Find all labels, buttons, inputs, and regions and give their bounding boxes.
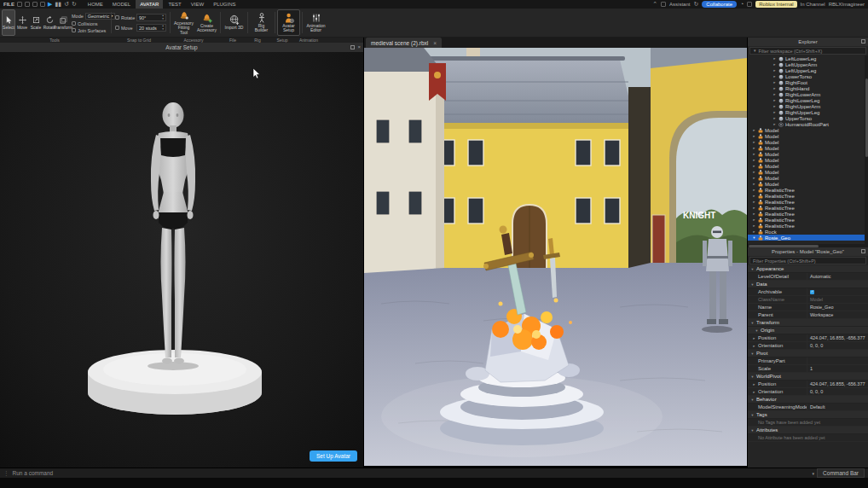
explorer-item-lowertorso[interactable]: ▸LowerTorso bbox=[748, 73, 868, 79]
checkbox-join-surfaces[interactable]: Join Surfaces bbox=[72, 28, 107, 33]
ribbon-tab-test[interactable]: TEST bbox=[164, 0, 185, 9]
explorer-item-righthand[interactable]: ▸RightHand bbox=[748, 85, 868, 91]
property-value[interactable]: Default bbox=[807, 404, 868, 410]
tool-select[interactable]: Select bbox=[2, 9, 15, 36]
explorer-item-rightupperleg[interactable]: ▸RightUpperLeg bbox=[748, 109, 868, 115]
explorer-item-realistictree[interactable]: ▸RealisticTree bbox=[748, 199, 868, 205]
property-value[interactable]: 424.047, 16.855, -656.377 bbox=[807, 381, 868, 387]
tool-scale[interactable]: Scale bbox=[29, 9, 43, 36]
explorer-item-model[interactable]: ▸Model bbox=[748, 163, 868, 169]
close-panel-icon[interactable]: × bbox=[357, 44, 361, 49]
snap-move-checkbox[interactable] bbox=[115, 26, 119, 30]
create-accessory-button[interactable]: Create Accessory bbox=[195, 9, 218, 36]
explorer-item-model[interactable]: ▸Model bbox=[748, 151, 868, 157]
chevron-down-icon[interactable]: ▾ bbox=[813, 471, 815, 476]
explorer-vscrollbar[interactable] bbox=[865, 55, 868, 244]
property-section-pivot[interactable]: ▾Pivot bbox=[748, 350, 868, 357]
property-value[interactable]: Automatic bbox=[807, 273, 868, 280]
explorer-item-rightfoot[interactable]: ▸RightFoot bbox=[748, 79, 868, 85]
explorer-item-model[interactable]: ▸Model bbox=[748, 133, 868, 139]
property-value[interactable]: 424.047, 16.855, -656.377 bbox=[807, 334, 868, 341]
explorer-item-model[interactable]: ▸Model bbox=[748, 127, 868, 133]
explorer-item-rightlowerarm[interactable]: ▸RightLowerArm bbox=[748, 91, 868, 97]
set-up-avatar-button[interactable]: Set Up Avatar bbox=[310, 450, 357, 462]
animation-editor-button[interactable]: Animation Editor bbox=[304, 9, 327, 36]
property-section-behavior[interactable]: ▾Behavior bbox=[748, 396, 868, 404]
explorer-item-leftupperleg[interactable]: ▸LeftUpperLeg bbox=[748, 67, 868, 73]
clock-icon[interactable]: ◔ bbox=[740, 1, 744, 8]
explorer-filter-input[interactable]: ▼ Filter workspace (Ctrl+Shift+X) bbox=[749, 47, 866, 55]
assistant-button[interactable]: Assistant bbox=[669, 2, 690, 7]
snap-rotate-checkbox[interactable] bbox=[115, 15, 119, 20]
float-panel-icon[interactable] bbox=[350, 45, 355, 49]
sync-icon[interactable] bbox=[40, 2, 45, 7]
explorer-item-realistictree[interactable]: ▸RealisticTree bbox=[748, 193, 868, 199]
property-value[interactable]: Model bbox=[807, 296, 868, 303]
property-section-origin[interactable]: ▾Origin bbox=[748, 327, 868, 334]
chevron-up-icon[interactable]: ⌃ bbox=[652, 1, 657, 8]
ribbon-tab-view[interactable]: VIEW bbox=[187, 0, 208, 9]
explorer-item-model[interactable]: ▸Model bbox=[748, 145, 868, 151]
play-icon[interactable]: ▶ bbox=[48, 1, 52, 8]
command-input[interactable]: Run a command bbox=[13, 470, 54, 476]
sync-icon[interactable]: ↻ bbox=[693, 1, 698, 8]
open-file-icon[interactable] bbox=[25, 2, 30, 7]
save-file-icon[interactable] bbox=[32, 2, 38, 7]
checkbox-collisions[interactable]: Collisions bbox=[72, 21, 107, 26]
ribbon-tab-avatar[interactable]: AVATAR bbox=[136, 0, 163, 9]
explorer-item-model[interactable]: ▸Model bbox=[748, 181, 868, 187]
explorer-item-uppertorso[interactable]: ▸UpperTorso bbox=[748, 115, 868, 121]
property-section-attributes[interactable]: ▾Attributes bbox=[748, 427, 868, 434]
property-section-tags[interactable]: ▾Tags bbox=[748, 411, 868, 419]
explorer-item-humanoidrootpart[interactable]: ▸HumanoidRootPart bbox=[748, 121, 868, 127]
ribbon-tab-plugins[interactable]: PLUGINS bbox=[209, 0, 240, 9]
property-value[interactable]: Workspace bbox=[807, 311, 868, 318]
viewport-3d-scene[interactable]: KNIGHT bbox=[364, 48, 747, 469]
explorer-item-rosie-geo[interactable]: ▾Rosie_Geo bbox=[748, 235, 868, 241]
explorer-item-realistictree[interactable]: ▸RealisticTree bbox=[748, 223, 868, 229]
explorer-item-model[interactable]: ▸Model bbox=[748, 175, 868, 181]
properties-filter-input[interactable]: Filter Properties (Ctrl+Shift+P) bbox=[749, 257, 866, 264]
tab-close-icon[interactable]: × bbox=[433, 40, 437, 46]
pin-icon[interactable] bbox=[861, 39, 865, 44]
property-value[interactable]: 0, 0, 0 bbox=[807, 342, 868, 349]
property-value[interactable] bbox=[807, 357, 868, 364]
property-section-appearance[interactable]: ▾Appearance bbox=[748, 265, 868, 273]
property-section-worldpivot[interactable]: ▾WorldPivot bbox=[748, 373, 868, 381]
avatar-preview-viewport[interactable]: Set Up Avatar bbox=[0, 52, 363, 468]
explorer-item-rock[interactable]: ▸Rock bbox=[748, 229, 868, 235]
command-bar-label[interactable]: Command Bar bbox=[817, 468, 865, 478]
property-value[interactable]: ✓ bbox=[807, 288, 868, 295]
snap-rotate-stepper[interactable]: 90°▴▾ bbox=[136, 14, 166, 21]
document-tab[interactable]: medieval scene (2).rbxl × bbox=[366, 38, 442, 48]
audio-icon[interactable] bbox=[747, 2, 752, 7]
explorer-item-leftlowerleg[interactable]: ▸LeftLowerLeg bbox=[748, 55, 868, 61]
pin-icon[interactable] bbox=[861, 249, 865, 253]
explorer-item-realistictree[interactable]: ▸RealisticTree bbox=[748, 211, 868, 217]
accessory-fitting-tool-button[interactable]: Accessory Fitting Tool bbox=[172, 9, 195, 36]
explorer-item-model[interactable]: ▸Model bbox=[748, 157, 868, 163]
import-3d-button[interactable]: Import 3D bbox=[223, 9, 246, 36]
tool-rotate[interactable]: Rotate bbox=[43, 9, 56, 36]
ribbon-tab-home[interactable]: HOME bbox=[84, 0, 107, 9]
collaborate-button[interactable]: Collaborate bbox=[702, 1, 737, 8]
explorer-item-realistictree[interactable]: ▸RealisticTree bbox=[748, 217, 868, 223]
explorer-item-model[interactable]: ▸Model bbox=[748, 139, 868, 145]
property-section-transform[interactable]: ▾Transform bbox=[748, 319, 868, 327]
avatar-setup-button[interactable]: Avatar Setup bbox=[277, 9, 300, 36]
property-section-data[interactable]: ▾Data bbox=[748, 281, 868, 288]
file-menu[interactable]: FILE bbox=[3, 2, 14, 7]
property-value[interactable]: 0, 0, 0 bbox=[807, 388, 868, 395]
property-value[interactable]: Rosie_Geo bbox=[807, 304, 868, 311]
pause-icon[interactable]: ▮▮ bbox=[55, 1, 61, 8]
snap-move-stepper[interactable]: 20 studs▴▾ bbox=[136, 24, 166, 32]
explorer-item-rightlowerleg[interactable]: ▸RightLowerLeg bbox=[748, 97, 868, 103]
checkbox-checked-icon[interactable]: ✓ bbox=[810, 290, 814, 294]
explorer-item-rightupperarm[interactable]: ▸RightUpperArm bbox=[748, 103, 868, 109]
explorer-item-realistictree[interactable]: ▸RealisticTree bbox=[748, 187, 868, 193]
explorer-item-realistictree[interactable]: ▸RealisticTree bbox=[748, 205, 868, 211]
redo-icon[interactable]: ↻ bbox=[72, 1, 77, 8]
undo-icon[interactable]: ↺ bbox=[64, 1, 69, 8]
property-value[interactable]: 1 bbox=[807, 365, 868, 372]
tool-transform[interactable]: Transform bbox=[56, 9, 70, 36]
